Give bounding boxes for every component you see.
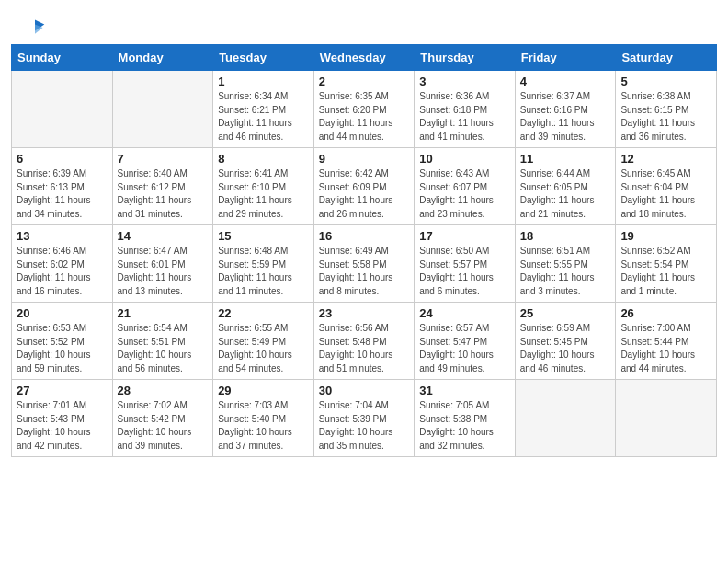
calendar-cell (12, 71, 113, 148)
weekday-header: Monday (112, 45, 213, 71)
day-info: Sunrise: 6:46 AM Sunset: 6:02 PM Dayligh… (17, 245, 108, 298)
day-number: 22 (218, 306, 309, 320)
day-number: 12 (620, 152, 711, 166)
calendar-cell: 20Sunrise: 6:53 AM Sunset: 5:52 PM Dayli… (12, 303, 113, 380)
calendar-cell: 19Sunrise: 6:52 AM Sunset: 5:54 PM Dayli… (616, 225, 717, 303)
calendar-wrap: SundayMondayTuesdayWednesdayThursdayFrid… (0, 44, 728, 466)
header (0, 0, 728, 44)
calendar-cell: 3Sunrise: 6:36 AM Sunset: 6:18 PM Daylig… (415, 71, 516, 148)
weekday-header: Friday (515, 45, 616, 71)
day-number: 16 (319, 229, 410, 243)
calendar-cell: 29Sunrise: 7:03 AM Sunset: 5:40 PM Dayli… (213, 380, 314, 457)
day-info: Sunrise: 6:48 AM Sunset: 5:59 PM Dayligh… (218, 245, 309, 298)
calendar-cell: 1Sunrise: 6:34 AM Sunset: 6:21 PM Daylig… (213, 71, 314, 148)
calendar-cell: 25Sunrise: 6:59 AM Sunset: 5:45 PM Dayli… (515, 303, 616, 380)
day-number: 19 (620, 229, 711, 243)
day-info: Sunrise: 6:44 AM Sunset: 6:05 PM Dayligh… (520, 167, 611, 221)
calendar-cell: 22Sunrise: 6:55 AM Sunset: 5:49 PM Dayli… (213, 303, 314, 380)
day-number: 28 (118, 384, 209, 397)
day-info: Sunrise: 6:37 AM Sunset: 6:16 PM Dayligh… (520, 90, 611, 144)
day-info: Sunrise: 6:42 AM Sunset: 6:09 PM Dayligh… (319, 167, 410, 221)
day-info: Sunrise: 6:34 AM Sunset: 6:21 PM Dayligh… (218, 90, 309, 144)
weekday-header: Wednesday (313, 45, 415, 71)
day-number: 26 (620, 306, 711, 320)
day-number: 8 (218, 152, 309, 166)
day-info: Sunrise: 6:47 AM Sunset: 6:01 PM Dayligh… (118, 245, 209, 298)
calendar-cell: 15Sunrise: 6:48 AM Sunset: 5:59 PM Dayli… (213, 225, 314, 303)
day-number: 4 (520, 75, 611, 88)
calendar-week-row: 6Sunrise: 6:39 AM Sunset: 6:13 PM Daylig… (12, 148, 717, 225)
day-info: Sunrise: 6:51 AM Sunset: 5:55 PM Dayligh… (520, 245, 611, 298)
day-info: Sunrise: 7:02 AM Sunset: 5:42 PM Dayligh… (118, 399, 209, 453)
calendar-cell: 10Sunrise: 6:43 AM Sunset: 6:07 PM Dayli… (415, 148, 516, 225)
day-info: Sunrise: 6:40 AM Sunset: 6:12 PM Dayligh… (118, 167, 209, 221)
day-info: Sunrise: 6:55 AM Sunset: 5:49 PM Dayligh… (218, 322, 309, 375)
day-number: 23 (319, 306, 410, 320)
calendar-header-row: SundayMondayTuesdayWednesdayThursdayFrid… (12, 45, 717, 71)
calendar-cell: 12Sunrise: 6:45 AM Sunset: 6:04 PM Dayli… (616, 148, 717, 225)
day-info: Sunrise: 6:39 AM Sunset: 6:13 PM Dayligh… (17, 167, 108, 221)
page: SundayMondayTuesdayWednesdayThursdayFrid… (0, 0, 728, 563)
day-info: Sunrise: 6:57 AM Sunset: 5:47 PM Dayligh… (419, 322, 510, 375)
logo-icon (24, 17, 46, 39)
calendar-cell: 18Sunrise: 6:51 AM Sunset: 5:55 PM Dayli… (515, 225, 616, 303)
calendar-cell: 9Sunrise: 6:42 AM Sunset: 6:09 PM Daylig… (313, 148, 415, 225)
day-info: Sunrise: 6:59 AM Sunset: 5:45 PM Dayligh… (520, 322, 611, 375)
calendar-cell: 21Sunrise: 6:54 AM Sunset: 5:51 PM Dayli… (112, 303, 213, 380)
weekday-header: Thursday (415, 45, 516, 71)
calendar-cell: 17Sunrise: 6:50 AM Sunset: 5:57 PM Dayli… (415, 225, 516, 303)
day-number: 7 (118, 152, 209, 166)
calendar-cell: 5Sunrise: 6:38 AM Sunset: 6:15 PM Daylig… (616, 71, 717, 148)
calendar-cell: 7Sunrise: 6:40 AM Sunset: 6:12 PM Daylig… (112, 148, 213, 225)
day-info: Sunrise: 7:04 AM Sunset: 5:39 PM Dayligh… (319, 399, 410, 453)
calendar-cell: 6Sunrise: 6:39 AM Sunset: 6:13 PM Daylig… (12, 148, 113, 225)
day-number: 5 (620, 75, 711, 88)
calendar-cell: 2Sunrise: 6:35 AM Sunset: 6:20 PM Daylig… (313, 71, 415, 148)
day-number: 11 (520, 152, 611, 166)
weekday-header: Sunday (12, 45, 113, 71)
day-info: Sunrise: 6:53 AM Sunset: 5:52 PM Dayligh… (17, 322, 108, 375)
calendar-cell: 27Sunrise: 7:01 AM Sunset: 5:43 PM Dayli… (12, 380, 113, 457)
day-number: 9 (319, 152, 410, 166)
day-info: Sunrise: 6:35 AM Sunset: 6:20 PM Dayligh… (319, 90, 410, 144)
day-number: 21 (118, 306, 209, 320)
calendar-cell: 11Sunrise: 6:44 AM Sunset: 6:05 PM Dayli… (515, 148, 616, 225)
calendar-cell (616, 380, 717, 457)
day-info: Sunrise: 6:45 AM Sunset: 6:04 PM Dayligh… (620, 167, 711, 221)
day-info: Sunrise: 6:38 AM Sunset: 6:15 PM Dayligh… (620, 90, 711, 144)
day-info: Sunrise: 7:00 AM Sunset: 5:44 PM Dayligh… (620, 322, 711, 375)
day-number: 13 (17, 229, 108, 243)
calendar-cell: 28Sunrise: 7:02 AM Sunset: 5:42 PM Dayli… (112, 380, 213, 457)
day-info: Sunrise: 7:05 AM Sunset: 5:38 PM Dayligh… (419, 399, 510, 453)
calendar-cell: 14Sunrise: 6:47 AM Sunset: 6:01 PM Dayli… (112, 225, 213, 303)
day-info: Sunrise: 7:03 AM Sunset: 5:40 PM Dayligh… (218, 399, 309, 453)
calendar-week-row: 1Sunrise: 6:34 AM Sunset: 6:21 PM Daylig… (12, 71, 717, 148)
day-number: 24 (419, 306, 510, 320)
weekday-header: Tuesday (213, 45, 314, 71)
day-number: 29 (218, 384, 309, 397)
calendar-cell: 16Sunrise: 6:49 AM Sunset: 5:58 PM Dayli… (313, 225, 415, 303)
day-number: 1 (218, 75, 309, 88)
calendar-cell: 31Sunrise: 7:05 AM Sunset: 5:38 PM Dayli… (415, 380, 516, 457)
day-info: Sunrise: 7:01 AM Sunset: 5:43 PM Dayligh… (17, 399, 108, 453)
day-info: Sunrise: 6:36 AM Sunset: 6:18 PM Dayligh… (419, 90, 510, 144)
calendar-week-row: 20Sunrise: 6:53 AM Sunset: 5:52 PM Dayli… (12, 303, 717, 380)
day-info: Sunrise: 6:50 AM Sunset: 5:57 PM Dayligh… (419, 245, 510, 298)
calendar-cell: 8Sunrise: 6:41 AM Sunset: 6:10 PM Daylig… (213, 148, 314, 225)
calendar-cell: 26Sunrise: 7:00 AM Sunset: 5:44 PM Dayli… (616, 303, 717, 380)
day-info: Sunrise: 6:43 AM Sunset: 6:07 PM Dayligh… (419, 167, 510, 221)
calendar-table: SundayMondayTuesdayWednesdayThursdayFrid… (11, 44, 717, 457)
calendar-cell: 23Sunrise: 6:56 AM Sunset: 5:48 PM Dayli… (313, 303, 415, 380)
day-info: Sunrise: 6:56 AM Sunset: 5:48 PM Dayligh… (319, 322, 410, 375)
day-info: Sunrise: 6:52 AM Sunset: 5:54 PM Dayligh… (620, 245, 711, 298)
day-number: 27 (17, 384, 108, 397)
calendar-cell: 4Sunrise: 6:37 AM Sunset: 6:16 PM Daylig… (515, 71, 616, 148)
logo (22, 17, 46, 35)
day-number: 30 (319, 384, 410, 397)
day-number: 31 (419, 384, 510, 397)
day-number: 2 (319, 75, 410, 88)
day-info: Sunrise: 6:49 AM Sunset: 5:58 PM Dayligh… (319, 245, 410, 298)
day-info: Sunrise: 6:41 AM Sunset: 6:10 PM Dayligh… (218, 167, 309, 221)
calendar-cell: 30Sunrise: 7:04 AM Sunset: 5:39 PM Dayli… (313, 380, 415, 457)
calendar-cell: 24Sunrise: 6:57 AM Sunset: 5:47 PM Dayli… (415, 303, 516, 380)
